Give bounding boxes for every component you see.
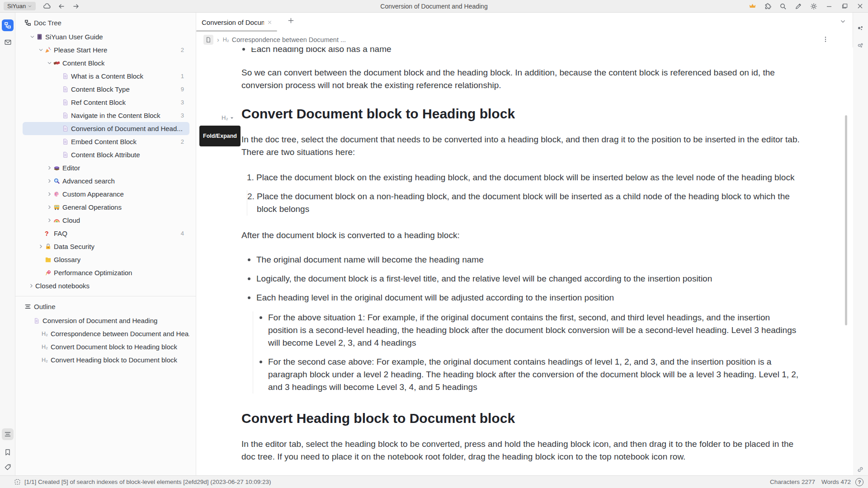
tree-item[interactable]: Content Block Type 9 [23, 83, 189, 96]
tree-item[interactable]: ? FAQ 4 [23, 227, 189, 240]
editor-area[interactable]: Each heading block also has a name So we… [196, 47, 853, 476]
list-number: 2. [247, 190, 257, 216]
outline-header[interactable]: Outline [15, 296, 196, 314]
tree-item[interactable]: Ref Content Block 3 [23, 96, 189, 109]
membership-crown-icon[interactable] [747, 1, 758, 11]
bullet-item-clipped[interactable]: Each heading block also has a name [241, 47, 800, 56]
paragraph[interactable]: So we can convert between the document b… [241, 66, 800, 92]
outline-h2-item[interactable]: H₂ Correspondence between Document and H… [23, 327, 189, 340]
chevron-right-icon[interactable] [45, 191, 53, 197]
editor-scrollbar[interactable] [845, 115, 847, 325]
inbox-mail-icon[interactable] [2, 36, 14, 48]
outline-doc-item[interactable]: Conversion of Document and Heading [23, 314, 189, 327]
tree-item[interactable]: Data Security [23, 240, 189, 253]
global-search-icon[interactable] [778, 1, 788, 11]
lock-icon [45, 243, 54, 250]
chevron-right-icon[interactable] [45, 217, 53, 223]
tree-item[interactable]: General Operations [23, 201, 189, 214]
tree-item-notebook[interactable]: SiYuan User Guide [23, 30, 189, 43]
marketplace-puzzle-icon[interactable] [762, 1, 773, 11]
chevron-right-icon[interactable] [45, 204, 53, 210]
bullet-dot [248, 296, 250, 299]
global-graph-dock-icon[interactable] [854, 40, 866, 52]
tree-item[interactable]: Custom Appearance [23, 188, 189, 201]
tree-item[interactable]: Content Block Attribute [23, 148, 189, 161]
forward-icon[interactable] [72, 3, 80, 10]
new-tab-plus-icon[interactable] [288, 17, 294, 24]
sync-cloud-icon[interactable] [43, 2, 51, 10]
outline-title: Outline [34, 303, 56, 310]
tree-item[interactable]: Performance Optimization [23, 266, 189, 279]
outline-h2-item[interactable]: H₂ Convert Heading block to Document blo… [23, 353, 189, 366]
tab-bar: Conversion of Docum [196, 13, 853, 32]
status-message: [1/1] Created [5] of search indexes of b… [24, 479, 271, 485]
tree-item-label: Data Security [54, 243, 94, 250]
h2-tag: H₂ [42, 357, 48, 363]
tree-item[interactable]: Please Start Here 2 [23, 43, 189, 56]
tree-item[interactable]: Embed Content Block 2 [23, 135, 189, 148]
bullet-dot [248, 277, 250, 280]
doc-tree-dock-button[interactable] [2, 19, 14, 31]
bullet-dot [259, 316, 262, 319]
chevron-right-icon[interactable] [45, 178, 53, 184]
heading-convert-heading-to-document[interactable]: Convert Heading block to Document block [241, 410, 800, 427]
paragraph[interactable]: After the document block is converted to… [241, 229, 800, 242]
bus-icon [53, 204, 62, 211]
chevron-right-icon[interactable] [45, 165, 53, 171]
bullet-item[interactable]: For the second case above: For example, … [253, 356, 800, 394]
tag-dock-icon[interactable] [2, 461, 14, 473]
h2-tag: H₂ [42, 331, 48, 337]
edit-mode-pencil-icon[interactable] [793, 1, 804, 11]
closed-notebooks-item[interactable]: Closed notebooks [23, 279, 189, 292]
rocket-icon [45, 269, 54, 276]
close-button[interactable] [854, 1, 865, 11]
bookmark-dock-icon[interactable] [2, 446, 14, 458]
ordered-item[interactable]: 2. Place the document block on a non-hea… [247, 190, 800, 216]
chevron-right-icon[interactable] [37, 244, 45, 249]
theme-sun-icon[interactable] [808, 1, 819, 11]
chevron-down-icon[interactable] [37, 47, 45, 53]
paragraph[interactable]: In the doc tree, select the document tha… [241, 133, 800, 159]
backlinks-link-icon[interactable] [854, 464, 866, 475]
chevron-down-icon[interactable] [28, 34, 36, 40]
bullet-item[interactable]: For the above situation 1: For example, … [253, 311, 800, 349]
bullet-item[interactable]: The original document name will become t… [247, 253, 800, 266]
minimize-button[interactable] [824, 1, 835, 11]
outline-h2-item[interactable]: H₂ Convert Document block to Heading blo… [23, 340, 189, 353]
sidebar: Doc Tree SiYuan User Guide Please Start … [15, 13, 196, 476]
document-icon[interactable] [203, 35, 213, 45]
tree-item-selected[interactable]: Conversion of Document and Head... [23, 122, 189, 135]
tab-list-chevron-icon[interactable] [840, 18, 846, 25]
maximize-button[interactable] [839, 1, 850, 11]
tree-item-count: 3 [181, 99, 189, 106]
more-kebab-icon[interactable] [822, 36, 829, 43]
characters-count: Characters 2277 [770, 479, 815, 485]
breadcrumb-heading[interactable]: Correspondence between Document ... [232, 36, 346, 43]
bullet-dot [248, 258, 250, 261]
outline-dock-button[interactable] [2, 428, 14, 440]
doc-tree-header[interactable]: Doc Tree [15, 13, 196, 30]
chevron-right-icon[interactable] [27, 283, 35, 289]
ordered-item[interactable]: 1. Place the document block on the exist… [247, 171, 800, 184]
bullet-item[interactable]: Each heading level in the original docum… [247, 291, 800, 304]
tree-item[interactable]: Glossary [23, 253, 189, 266]
tree-item[interactable]: What is a Content Block 1 [23, 70, 189, 83]
tree-item[interactable]: Content Block [23, 56, 189, 70]
nested-bullet-list: For the above situation 1: For example, … [253, 311, 800, 394]
app-menu-button[interactable]: SiYuan [4, 2, 36, 10]
tab-conversion-of-document[interactable]: Conversion of Docum [196, 13, 277, 32]
help-icon[interactable]: ? [855, 478, 863, 486]
tree-item[interactable]: Navigate in the Content Block 3 [23, 109, 189, 122]
heading-convert-document-to-heading[interactable]: H₂ Fold/Expand Convert Document block to… [241, 105, 800, 122]
h2-tag: H₂ [42, 344, 48, 350]
bullet-item[interactable]: Logically, the document block is a first… [247, 272, 800, 285]
chevron-down-icon[interactable] [45, 60, 53, 66]
paragraph[interactable]: In the editor tab, select the heading bl… [241, 438, 800, 463]
tab-close-icon[interactable] [267, 19, 273, 25]
tree-item[interactable]: Editor [23, 161, 189, 174]
tree-item[interactable]: Advanced search [23, 174, 189, 188]
tree-item[interactable]: Cloud [23, 214, 189, 227]
graph-dock-icon[interactable] [854, 23, 866, 34]
back-icon[interactable] [58, 3, 65, 10]
heading-gutter[interactable]: H₂ [222, 109, 235, 127]
